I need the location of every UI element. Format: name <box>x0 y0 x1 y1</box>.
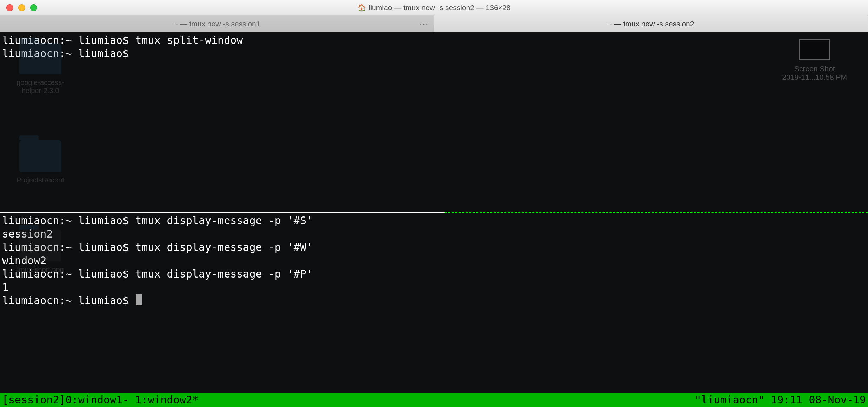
tmux-pane-bottom[interactable]: liumiaocn:~ liumiao$ tmux display-messag… <box>0 213 868 378</box>
tmux-pane-divider[interactable] <box>0 212 868 213</box>
terminal-line: liumiaocn:~ liumiao$ <box>2 294 135 307</box>
terminal-line: liumiaocn:~ liumiao$ <box>2 47 129 60</box>
status-right: "liumiaocn" 19:11 08-Nov-19 <box>695 393 866 407</box>
tab-session1[interactable]: ~ — tmux new -s session1 ··· <box>0 15 434 32</box>
tab-label: ~ — tmux new -s session1 <box>174 20 260 28</box>
tmux-status-bar: [session2]0:window1- 1:window2* "liumiao… <box>0 393 868 407</box>
terminal-line: liumiaocn:~ liumiao$ tmux display-messag… <box>2 241 313 253</box>
terminal-line: liumiaocn:~ liumiao$ tmux display-messag… <box>2 268 313 280</box>
cursor-block <box>136 294 142 305</box>
divider-inactive-segment <box>0 212 445 213</box>
tab-label: ~ — tmux new -s session2 <box>608 20 694 28</box>
window-title: 🏠 liumiao — tmux new -s session2 — 136×2… <box>0 4 868 12</box>
terminal-line: 1 <box>2 281 8 293</box>
terminal-line: window2 <box>2 254 46 267</box>
window-titlebar: 🏠 liumiao — tmux new -s session2 — 136×2… <box>0 0 868 15</box>
status-left: [session2]0:window1- 1:window2* <box>2 393 199 407</box>
terminal-area[interactable]: google-access- helper-2.3.0 ProjectsRece… <box>0 32 868 407</box>
terminal-line: session2 <box>2 228 53 240</box>
terminal-line: liumiaocn:~ liumiao$ tmux display-messag… <box>2 214 313 227</box>
terminal-tab-bar: ~ — tmux new -s session1 ··· ~ — tmux ne… <box>0 15 868 32</box>
divider-active-segment <box>445 212 868 213</box>
terminal-line: liumiaocn:~ liumiao$ tmux split-window <box>2 34 243 46</box>
tab-overflow-icon[interactable]: ··· <box>420 19 429 29</box>
tab-session2[interactable]: ~ — tmux new -s session2 <box>434 15 868 32</box>
tmux-pane-top[interactable]: liumiaocn:~ liumiao$ tmux split-window l… <box>0 32 868 212</box>
home-icon: 🏠 <box>358 4 366 12</box>
window-title-text: liumiao — tmux new -s session2 — 136×28 <box>369 4 510 12</box>
